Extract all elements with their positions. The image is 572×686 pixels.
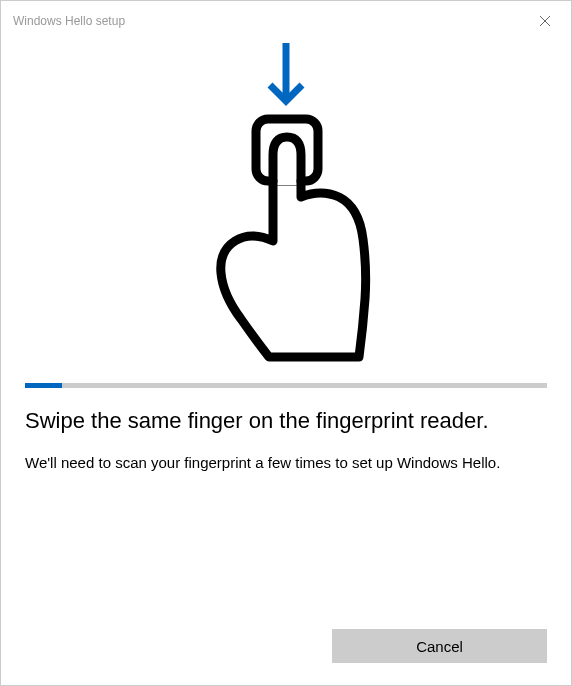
cancel-button[interactable]: Cancel xyxy=(332,629,547,663)
button-row: Cancel xyxy=(332,629,547,663)
progress-bar xyxy=(25,383,547,388)
close-button[interactable] xyxy=(531,7,559,35)
titlebar: Windows Hello setup xyxy=(1,1,571,37)
instruction-body: We'll need to scan your fingerprint a fe… xyxy=(25,452,547,473)
instruction-heading: Swipe the same finger on the fingerprint… xyxy=(25,406,547,436)
arrow-down-icon xyxy=(262,41,310,107)
content-area: Swipe the same finger on the fingerprint… xyxy=(1,37,571,473)
progress-fill xyxy=(25,383,62,388)
close-icon xyxy=(539,15,551,27)
window-title: Windows Hello setup xyxy=(13,14,125,28)
illustration xyxy=(25,37,547,383)
fingerprint-touch-icon xyxy=(191,113,381,363)
